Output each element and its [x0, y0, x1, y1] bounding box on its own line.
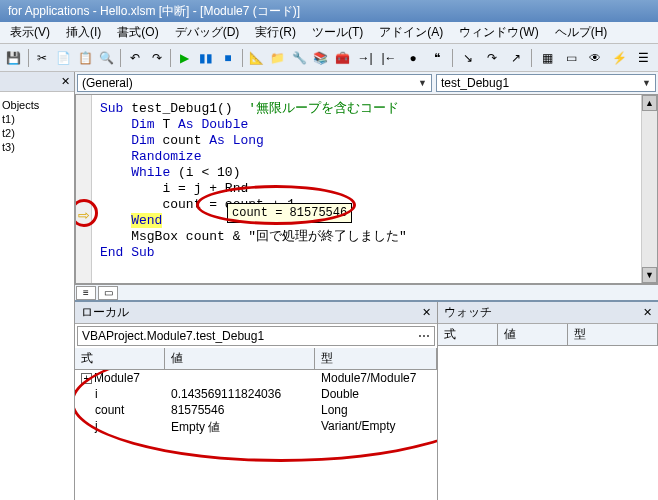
watch-header: 式 値 型: [438, 324, 658, 346]
close-icon[interactable]: ✕: [643, 306, 652, 319]
project-icon[interactable]: 📁: [268, 47, 288, 69]
paste-icon[interactable]: 📋: [75, 47, 95, 69]
locals-pane: ローカル ✕ VBAProject.Module7.test_Debug1 ⋯ …: [75, 302, 438, 500]
undo-icon[interactable]: ↶: [125, 47, 145, 69]
watch-col-type[interactable]: 型: [568, 324, 658, 345]
immediate-icon[interactable]: ▭: [560, 47, 582, 69]
bp-icon[interactable]: ●: [402, 47, 424, 69]
locals-context-value: VBAProject.Module7.test_Debug1: [82, 329, 264, 343]
title-text: for Applications - Hello.xlsm [中断] - [Mo…: [8, 3, 300, 20]
locals-title: ローカル: [81, 304, 129, 321]
find-icon[interactable]: 🔍: [97, 47, 117, 69]
toolbox-icon[interactable]: 🧰: [333, 47, 353, 69]
object-dropdown-value: (General): [82, 76, 133, 90]
menu-view[interactable]: 表示(V): [4, 22, 56, 43]
locals-grid[interactable]: +Module7 Module7/Module7 i 0.14356911182…: [75, 370, 437, 500]
watch-title: ウォッチ: [444, 304, 492, 321]
code-editor[interactable]: ⇨ Sub test_Debug1() '無限ループを含むコード Dim T A…: [75, 94, 658, 284]
titlebar: for Applications - Hello.xlsm [中断] - [Mo…: [0, 0, 658, 22]
tree-t3[interactable]: t3): [2, 140, 72, 154]
menu-run[interactable]: 実行(R): [249, 22, 302, 43]
browser-icon[interactable]: 📚: [311, 47, 331, 69]
indent-icon[interactable]: →|: [354, 47, 376, 69]
menu-window[interactable]: ウィンドウ(W): [453, 22, 544, 43]
step-over-icon[interactable]: ↷: [481, 47, 503, 69]
expand-icon[interactable]: +: [81, 373, 92, 384]
scroll-down-icon[interactable]: ▼: [642, 267, 657, 283]
step-into-icon[interactable]: ↘: [457, 47, 479, 69]
locals-row: +Module7 Module7/Module7: [75, 370, 437, 386]
cut-icon[interactable]: ✂: [32, 47, 52, 69]
locals-row: j Empty 値 Variant/Empty: [75, 418, 437, 437]
project-tree[interactable]: Objects t1) t2) t3): [0, 92, 74, 500]
callstack-icon[interactable]: ☰: [632, 47, 654, 69]
close-icon[interactable]: ✕: [422, 306, 431, 319]
watch-icon[interactable]: 👁: [584, 47, 606, 69]
context-more-icon[interactable]: ⋯: [418, 329, 430, 343]
menu-debug[interactable]: デバッグ(D): [169, 22, 246, 43]
locals-col-expr[interactable]: 式: [75, 348, 165, 369]
menu-tools[interactable]: ツール(T): [306, 22, 369, 43]
scroll-up-icon[interactable]: ▲: [642, 95, 657, 111]
comment-icon[interactable]: ❝: [426, 47, 448, 69]
menu-insert[interactable]: 挿入(I): [60, 22, 107, 43]
props-icon[interactable]: 🔧: [290, 47, 310, 69]
outdent-icon[interactable]: |←: [378, 47, 400, 69]
tree-objects[interactable]: Objects: [2, 98, 72, 112]
tree-t2[interactable]: t2): [2, 126, 72, 140]
locals-header: 式 値 型: [75, 348, 437, 370]
menu-format[interactable]: 書式(O): [111, 22, 164, 43]
procedure-dropdown[interactable]: test_Debug1 ▼: [436, 74, 656, 92]
full-view-icon[interactable]: ▭: [98, 286, 118, 300]
project-pane: ✕ Objects t1) t2) t3): [0, 72, 75, 500]
margin-bar: ⇨: [76, 95, 92, 283]
code-text[interactable]: Sub test_Debug1() '無限ループを含むコード Dim T As …: [92, 95, 657, 283]
watch-col-val[interactable]: 値: [498, 324, 568, 345]
copy-icon[interactable]: 📄: [54, 47, 74, 69]
redo-icon[interactable]: ↷: [147, 47, 167, 69]
close-icon[interactable]: ✕: [61, 75, 70, 88]
toolbar: 💾 ✂ 📄 📋 🔍 ↶ ↷ ▶ ▮▮ ■ 📐 📁 🔧 📚 🧰 →| |← ● ❝…: [0, 44, 658, 72]
procedure-dropdown-value: test_Debug1: [441, 76, 509, 90]
value-tooltip: count = 81575546: [227, 203, 352, 223]
object-dropdown[interactable]: (General) ▼: [77, 74, 432, 92]
locals-row: count 81575546 Long: [75, 402, 437, 418]
menu-help[interactable]: ヘルプ(H): [549, 22, 614, 43]
menu-addins[interactable]: アドイン(A): [373, 22, 449, 43]
locals-icon[interactable]: ▦: [536, 47, 558, 69]
run-icon[interactable]: ▶: [175, 47, 195, 69]
watch-grid[interactable]: [438, 346, 658, 500]
code-scrollbar[interactable]: ▲ ▼: [641, 95, 657, 283]
exec-arrow-icon: ⇨: [78, 207, 90, 223]
code-view-buttons: ≡ ▭: [75, 284, 658, 300]
watch-pane: ウォッチ ✕ 式 値 型: [438, 302, 658, 500]
watch-col-expr[interactable]: 式: [438, 324, 498, 345]
tree-t1[interactable]: t1): [2, 112, 72, 126]
locals-context[interactable]: VBAProject.Module7.test_Debug1 ⋯: [77, 326, 435, 346]
design-icon[interactable]: 📐: [247, 47, 267, 69]
locals-col-type[interactable]: 型: [315, 348, 437, 369]
proc-view-icon[interactable]: ≡: [76, 286, 96, 300]
chevron-down-icon: ▼: [642, 78, 651, 88]
reset-icon[interactable]: ■: [218, 47, 238, 69]
break-icon[interactable]: ▮▮: [197, 47, 217, 69]
menubar: 表示(V) 挿入(I) 書式(O) デバッグ(D) 実行(R) ツール(T) ア…: [0, 22, 658, 44]
locals-col-val[interactable]: 値: [165, 348, 315, 369]
chevron-down-icon: ▼: [418, 78, 427, 88]
save-icon[interactable]: 💾: [4, 47, 24, 69]
step-out-icon[interactable]: ↗: [505, 47, 527, 69]
locals-row: i 0.143569111824036 Double: [75, 386, 437, 402]
quickwatch-icon[interactable]: ⚡: [608, 47, 630, 69]
